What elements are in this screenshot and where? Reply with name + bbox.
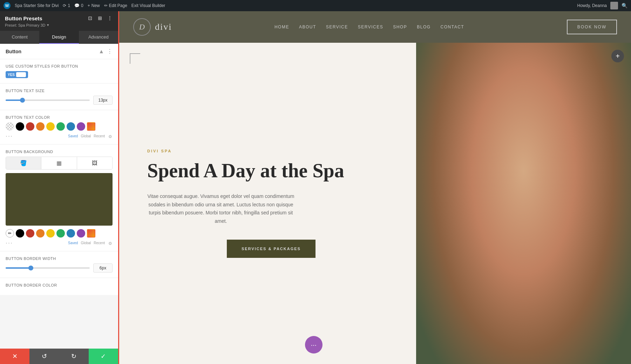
updates-count: 1 — [68, 3, 70, 8]
updates-link[interactable]: ⟳ 1 — [63, 3, 70, 8]
panel-preset-text: Preset: Spa Primary 3D — [5, 23, 46, 27]
panel-layout-icon[interactable]: ⊞ — [96, 15, 103, 22]
section-more-icon[interactable]: ⋮ — [107, 48, 113, 55]
bg-swatch-blue[interactable] — [67, 229, 75, 238]
color-meta-recent[interactable]: Recent — [94, 134, 105, 139]
module-options-button[interactable]: ··· — [305, 336, 323, 353]
text-size-track[interactable] — [6, 99, 90, 101]
add-element-button[interactable]: + — [611, 50, 624, 62]
tab-content[interactable]: Content — [0, 31, 39, 44]
bg-meta-global[interactable]: Global — [81, 241, 91, 246]
nav-shop[interactable]: SHOP — [393, 25, 407, 29]
nav-about[interactable]: ABOUT — [299, 25, 316, 29]
panel-preset[interactable]: Preset: Spa Primary 3D ▾ — [5, 23, 113, 27]
bg-type-color[interactable]: 🪣 — [6, 157, 41, 169]
border-width-thumb[interactable] — [28, 266, 33, 270]
hero-left: DIVI SPA Spend A Day at the Spa Vitae co… — [119, 43, 416, 364]
border-width-value[interactable]: 6px — [93, 263, 113, 273]
bg-type-gradient[interactable]: ▦ — [41, 157, 77, 169]
text-size-value[interactable]: 13px — [93, 96, 113, 105]
custom-styles-toggle[interactable]: YES — [6, 71, 28, 78]
bg-swatch-pencil[interactable]: ✏ — [6, 229, 14, 238]
color-swatch-transparent[interactable] — [6, 122, 14, 131]
book-now-button[interactable]: BOOK NOW — [567, 20, 617, 34]
bg-type-image[interactable]: 🖼 — [77, 157, 112, 169]
text-size-thumb[interactable] — [20, 98, 25, 103]
color-meta-global[interactable]: Global — [81, 134, 91, 139]
border-width-track[interactable] — [6, 267, 90, 269]
nav-home[interactable]: HOME — [274, 25, 289, 29]
bg-settings-icon[interactable]: ⚙ — [108, 241, 113, 246]
panel-title-text: Button Presets — [5, 15, 42, 21]
exit-builder-link[interactable]: Exit Visual Builder — [131, 3, 165, 8]
color-swatch-blue[interactable] — [67, 122, 75, 131]
color-swatch-green[interactable] — [56, 122, 65, 131]
wp-logo[interactable]: W — [4, 2, 11, 9]
bg-more-dots[interactable]: ··· — [6, 240, 13, 246]
bg-swatch-red[interactable] — [26, 229, 34, 238]
nav-blog[interactable]: BLOG — [417, 25, 430, 29]
color-swatch-custom[interactable] — [87, 122, 95, 131]
collapse-icon[interactable]: ▲ — [99, 48, 104, 55]
tab-advanced[interactable]: Advanced — [79, 31, 118, 44]
color-swatch-black[interactable] — [16, 122, 24, 131]
text-color-field: Button Text Color ··· Saved G — [0, 110, 118, 144]
plus-icon: + — [616, 52, 620, 60]
custom-styles-label: Use Custom Styles For Button — [6, 64, 113, 68]
panel-bottom: ✕ ↺ ↻ ✓ — [0, 349, 118, 364]
bg-swatch-custom[interactable] — [87, 229, 95, 238]
bg-swatch-green[interactable] — [56, 229, 65, 238]
bg-color-preview[interactable] — [6, 173, 113, 226]
border-width-fill — [6, 267, 31, 269]
nav-services[interactable]: SERVICES — [358, 25, 383, 29]
custom-styles-field: Use Custom Styles For Button YES — [0, 59, 118, 83]
redo-button[interactable]: ↻ — [59, 349, 89, 364]
panel-more-icon[interactable]: ⋮ — [106, 15, 113, 22]
color-settings-icon[interactable]: ⚙ — [108, 134, 113, 139]
panel-header: Button Presets ⊡ ⊞ ⋮ Preset: Spa Primary… — [0, 11, 118, 31]
color-swatch-orange[interactable] — [36, 122, 45, 131]
logo-circle: D — [133, 18, 151, 36]
save-button[interactable]: ✓ — [89, 349, 118, 364]
bg-color-meta: Saved Global Recent ⚙ — [68, 241, 113, 246]
search-icon[interactable]: 🔍 — [622, 3, 627, 8]
tab-design[interactable]: Design — [39, 31, 79, 44]
comments-link[interactable]: 💬 0 — [74, 3, 83, 8]
panel-minimize-icon[interactable]: ⊡ — [87, 15, 94, 22]
redo-icon: ↻ — [71, 352, 76, 360]
site-name-link[interactable]: Spa Starter Site for Divi — [15, 3, 59, 8]
hero-section: DIVI SPA Spend A Day at the Spa Vitae co… — [119, 43, 631, 364]
hero-cta-button[interactable]: SERVICES & PACKAGES — [227, 240, 316, 258]
text-size-field: Button Text Size 13px — [0, 84, 118, 110]
color-meta-saved[interactable]: Saved — [68, 134, 78, 139]
ellipsis-icon: ··· — [311, 341, 317, 349]
text-color-label: Button Text Color — [6, 115, 113, 119]
cancel-button[interactable]: ✕ — [0, 349, 29, 364]
avatar — [610, 2, 618, 9]
border-width-field: Button Border Width 6px — [0, 252, 118, 277]
toggle-yes-text: YES — [8, 73, 15, 77]
panel-title-row: Button Presets ⊡ ⊞ ⋮ — [5, 15, 113, 22]
undo-button[interactable]: ↺ — [29, 349, 59, 364]
edit-page-link[interactable]: ✏ Edit Page — [104, 3, 127, 8]
bg-swatch-purple[interactable] — [77, 229, 85, 238]
hero-description: Vitae consequat augue. Vivamus eget dolo… — [147, 192, 294, 226]
corner-bracket — [130, 53, 140, 64]
more-colors-dots[interactable]: ··· — [6, 133, 13, 139]
edit-page-label: Edit Page — [109, 3, 127, 8]
new-label: New — [91, 3, 100, 8]
hero-title: Spend A Day at the Spa — [147, 160, 395, 182]
new-link[interactable]: + New — [88, 3, 100, 8]
bg-swatch-yellow[interactable] — [46, 229, 55, 238]
logo-name: divi — [155, 22, 172, 32]
color-swatch-yellow[interactable] — [46, 122, 55, 131]
color-bucket-icon: 🪣 — [20, 160, 27, 166]
color-swatch-red[interactable] — [26, 122, 34, 131]
bg-meta-saved[interactable]: Saved — [68, 241, 78, 246]
bg-meta-recent[interactable]: Recent — [94, 241, 105, 246]
nav-contact[interactable]: CONTACT — [441, 25, 464, 29]
bg-swatch-black[interactable] — [16, 229, 24, 238]
color-swatch-purple[interactable] — [77, 122, 85, 131]
bg-swatch-orange[interactable] — [36, 229, 45, 238]
nav-service[interactable]: SERVICE — [326, 25, 348, 29]
